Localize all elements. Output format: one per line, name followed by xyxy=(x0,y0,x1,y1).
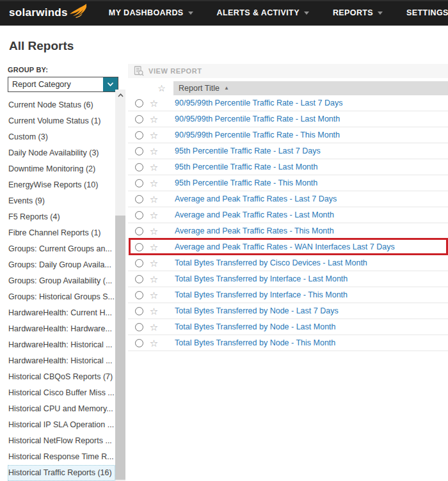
category-item[interactable]: Groups: Current Groups an... xyxy=(8,241,115,257)
category-item[interactable]: Downtime Monitoring (2) xyxy=(8,161,115,177)
category-item[interactable]: Historical CBQoS Reports (7) xyxy=(8,369,115,385)
table-row[interactable]: ☆ Average and Peak Traffic Rates - Last … xyxy=(128,191,448,207)
report-link[interactable]: Total Bytes Transferred by Node - Last 7… xyxy=(164,306,339,315)
category-item[interactable]: Events (9) xyxy=(8,193,115,209)
radio-button[interactable] xyxy=(135,227,143,235)
report-link[interactable]: 90/95/99th Percentile Traffic Rate - Las… xyxy=(164,99,342,107)
star-icon[interactable]: ☆ xyxy=(143,210,164,220)
table-row[interactable]: ☆ 90/95/99th Percentile Traffic Rate - L… xyxy=(128,95,448,111)
radio-button[interactable] xyxy=(135,115,143,123)
star-icon[interactable]: ☆ xyxy=(143,130,164,140)
report-link[interactable]: Average and Peak Traffic Rates - WAN Int… xyxy=(164,242,395,251)
report-link[interactable]: 90/95/99th Percentile Traffic Rate - Thi… xyxy=(164,130,340,139)
star-icon[interactable]: ☆ xyxy=(143,242,164,252)
category-item[interactable]: Current Volume Status (1) xyxy=(8,113,115,129)
radio-button[interactable] xyxy=(135,195,143,203)
radio-button[interactable] xyxy=(135,211,143,219)
table-row[interactable]: ☆ Total Bytes Transferred by Cisco Devic… xyxy=(128,255,448,271)
table-row[interactable]: ☆ Total Bytes Transferred by Node - Last… xyxy=(128,303,448,319)
radio-button[interactable] xyxy=(135,243,143,251)
category-item[interactable]: Historical Traffic Reports (16) xyxy=(8,465,115,481)
category-item[interactable]: Historical NetFlow Reports ... xyxy=(8,433,115,449)
solarwinds-logo[interactable]: solarwinds xyxy=(9,6,87,19)
radio-button[interactable] xyxy=(135,131,143,139)
star-icon[interactable]: ☆ xyxy=(143,322,164,332)
category-item[interactable]: F5 Reports (4) xyxy=(8,209,115,225)
radio-button[interactable] xyxy=(135,291,143,299)
report-link[interactable]: 95th Percentile Traffic Rate - This Mont… xyxy=(164,178,317,187)
scrollbar-thumb[interactable] xyxy=(115,216,125,480)
star-icon[interactable]: ☆ xyxy=(143,226,164,236)
star-icon[interactable]: ☆ xyxy=(143,114,164,124)
radio-button[interactable] xyxy=(135,179,143,187)
category-item[interactable]: Historical Cisco Buffer Miss ... xyxy=(8,385,115,401)
radio-button[interactable] xyxy=(135,99,143,107)
radio-button[interactable] xyxy=(135,163,143,171)
header-favorite-column[interactable]: ☆ xyxy=(150,81,173,95)
report-link[interactable]: 95th Percentile Traffic Rate - Last 7 Da… xyxy=(164,146,321,155)
header-report-title-column[interactable]: Report Title ▲ xyxy=(173,81,448,95)
star-icon[interactable]: ☆ xyxy=(143,146,164,156)
radio-button[interactable] xyxy=(135,147,143,155)
category-item[interactable]: Custom (3) xyxy=(8,129,115,145)
table-row[interactable]: ☆ Average and Peak Traffic Rates - This … xyxy=(128,223,448,239)
report-link[interactable]: Average and Peak Traffic Rates - This Mo… xyxy=(164,226,334,235)
nav-menu-item[interactable]: REPORTS xyxy=(333,8,383,17)
report-link[interactable]: Average and Peak Traffic Rates - Last 7 … xyxy=(164,194,337,203)
nav-menu-item[interactable]: ALERTS & ACTIVITY xyxy=(217,8,309,17)
view-report-button[interactable]: VIEW REPORT xyxy=(148,67,202,75)
table-row[interactable]: ☆ Average and Peak Traffic Rates - Last … xyxy=(128,207,448,223)
category-item[interactable]: Historical Response Time R... xyxy=(8,449,115,465)
star-icon[interactable]: ☆ xyxy=(143,338,164,348)
table-row[interactable]: ☆ Total Bytes Transferred by Node - This… xyxy=(128,335,448,351)
nav-menu-item[interactable]: SETTINGS xyxy=(406,8,448,17)
radio-button[interactable] xyxy=(135,323,143,331)
category-item[interactable]: Historical CPU and Memory... xyxy=(8,401,115,417)
report-link[interactable]: Total Bytes Transferred by Node - Last M… xyxy=(164,322,336,331)
table-row[interactable]: ☆ 90/95/99th Percentile Traffic Rate - L… xyxy=(128,111,448,127)
scroll-up-icon[interactable] xyxy=(115,90,125,100)
nav-menu-item[interactable]: MY DASHBOARDS xyxy=(109,8,193,17)
star-icon[interactable]: ☆ xyxy=(143,194,164,204)
report-link[interactable]: Total Bytes Transferred by Node - This M… xyxy=(164,338,335,347)
category-item[interactable]: HardwareHealth: Current H... xyxy=(8,305,115,321)
report-link[interactable]: Total Bytes Transferred by Interface - T… xyxy=(164,290,348,299)
category-item[interactable]: Groups: Group Availability (... xyxy=(8,273,115,289)
radio-button[interactable] xyxy=(135,275,143,283)
table-row[interactable]: ☆ 90/95/99th Percentile Traffic Rate - T… xyxy=(128,127,448,143)
category-item[interactable]: Fibre Channel Reports (1) xyxy=(8,225,115,241)
report-link[interactable]: Total Bytes Transferred by Cisco Devices… xyxy=(164,258,367,267)
star-icon[interactable]: ☆ xyxy=(143,306,164,316)
sidebar-scrollbar[interactable] xyxy=(115,90,125,481)
radio-button[interactable] xyxy=(135,307,143,315)
table-row[interactable]: ☆ 95th Percentile Traffic Rate - Last 7 … xyxy=(128,143,448,159)
table-row[interactable]: ☆ Total Bytes Transferred by Node - Last… xyxy=(128,319,448,335)
report-link[interactable]: Average and Peak Traffic Rates - Last Mo… xyxy=(164,210,334,219)
table-row[interactable]: ☆ Total Bytes Transferred by Interface -… xyxy=(128,271,448,287)
table-row[interactable]: ☆ 95th Percentile Traffic Rate - This Mo… xyxy=(128,175,448,191)
category-item[interactable]: EnergyWise Reports (10) xyxy=(8,177,115,193)
category-item[interactable]: Current Node Status (6) xyxy=(8,97,115,113)
radio-button[interactable] xyxy=(135,259,143,267)
category-item[interactable]: HardwareHealth: Hardware... xyxy=(8,321,115,337)
star-icon[interactable]: ☆ xyxy=(143,274,164,284)
star-icon[interactable]: ☆ xyxy=(143,258,164,268)
report-link[interactable]: 90/95/99th Percentile Traffic Rate - Las… xyxy=(164,114,340,123)
category-item[interactable]: Daily Node Availability (3) xyxy=(8,145,115,161)
report-link[interactable]: 95th Percentile Traffic Rate - Last Mont… xyxy=(164,162,318,171)
group-by-select[interactable]: Report Category xyxy=(8,77,118,92)
category-item[interactable]: Groups: Daily Group Availa... xyxy=(8,257,115,273)
star-icon[interactable]: ☆ xyxy=(143,162,164,172)
star-icon[interactable]: ☆ xyxy=(143,290,164,300)
report-link[interactable]: Total Bytes Transferred by Interface - L… xyxy=(164,274,348,283)
category-item[interactable]: Historical IP SLA Operation ... xyxy=(8,417,115,433)
star-icon[interactable]: ☆ xyxy=(143,99,164,108)
radio-button[interactable] xyxy=(135,339,143,347)
category-item[interactable]: Groups: Historical Groups S... xyxy=(8,289,115,305)
table-row[interactable]: ☆ Average and Peak Traffic Rates - WAN I… xyxy=(128,239,448,255)
category-item[interactable]: HardwareHealth: Historical ... xyxy=(8,353,115,369)
table-row[interactable]: ☆ Total Bytes Transferred by Interface -… xyxy=(128,287,448,303)
category-item[interactable]: HardwareHealth: Historical ... xyxy=(8,337,115,353)
table-row[interactable]: ☆ 95th Percentile Traffic Rate - Last Mo… xyxy=(128,159,448,175)
star-icon[interactable]: ☆ xyxy=(143,178,164,188)
